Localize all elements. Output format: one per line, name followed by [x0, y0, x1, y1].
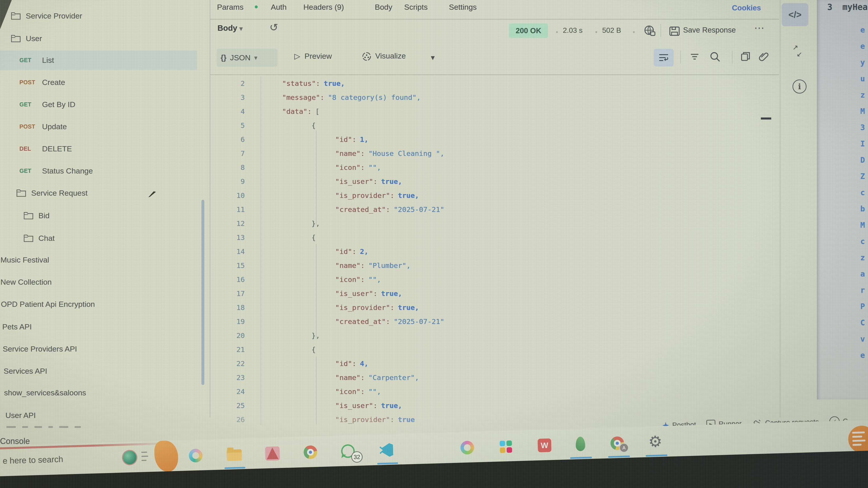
collections-sidebar: Service Provider User GET List POST Crea…	[0, 0, 205, 436]
photos-ring-icon[interactable]	[460, 441, 474, 455]
vscode-icon[interactable]	[379, 443, 393, 457]
dot-separator	[633, 31, 635, 33]
right-rail-divider	[780, 0, 780, 418]
folder-icon	[11, 34, 21, 43]
file-explorer-icon[interactable]	[227, 449, 242, 461]
chevron-down-icon: ▾	[254, 54, 257, 61]
method-badge: GET	[20, 168, 37, 174]
play-icon: ▷	[294, 52, 300, 60]
background-window-edge[interactable]: 3 myHea e e y u z M 3 I D Z c b M c z a …	[817, 0, 868, 399]
response-body-dropdown[interactable]: Body ▾	[217, 24, 243, 33]
blurred-item	[6, 426, 103, 428]
sidebar-item-delete[interactable]: DEL DELETE	[0, 141, 224, 156]
tabs-divider	[210, 19, 779, 20]
sidebar-item-service-providers-api[interactable]: Service Providers API	[0, 341, 207, 356]
dot-separator	[556, 31, 558, 33]
running-indicator	[646, 454, 667, 457]
chrome-icon[interactable]	[303, 445, 317, 459]
sidebar-item-user-api[interactable]: User API	[0, 408, 210, 422]
running-indicator	[224, 467, 245, 469]
filter-icon[interactable]	[689, 52, 700, 63]
cookies-link[interactable]: Cookies	[732, 4, 761, 12]
search-highlight-globe-icon[interactable]	[123, 451, 137, 464]
method-badge: POST	[20, 123, 37, 130]
scroll-to-response-icon[interactable]: ↗ ↙	[791, 43, 807, 61]
network-icon[interactable]	[643, 24, 656, 37]
visualize-chevron-icon[interactable]: ▾	[431, 53, 435, 62]
preview-button[interactable]: ▷ Preview	[294, 52, 332, 61]
save-icon	[669, 25, 680, 37]
sidebar-item-service-request[interactable]: Service Request	[0, 186, 221, 200]
copy-icon[interactable]	[740, 51, 751, 62]
separator	[680, 51, 681, 64]
tab-params[interactable]: Params	[217, 3, 243, 11]
code-icon: </>	[788, 10, 802, 20]
tab-headers[interactable]: Headers (9)	[303, 3, 344, 11]
monitor-screen: Service Provider User GET List POST Crea…	[0, 0, 868, 488]
format-selector[interactable]: {} JSON ▾	[217, 48, 278, 67]
running-indicator	[570, 457, 592, 459]
sidebar-item-opd-patient[interactable]: OPD Patient Api Encryption	[0, 297, 206, 311]
running-indicator	[608, 455, 630, 458]
sidebar-item-create[interactable]: POST Create	[0, 75, 224, 90]
response-size: 502 B	[602, 26, 621, 35]
wps-office-icon[interactable]: W	[537, 438, 552, 452]
link-icon[interactable]	[758, 51, 770, 62]
sidebar-item-bid[interactable]: Bid	[0, 208, 228, 223]
sidebar-scrollbar[interactable]	[202, 200, 204, 385]
sidebar-item-get-by-id[interactable]: GET Get By ID	[0, 97, 224, 111]
tab-body[interactable]: Body	[375, 3, 393, 11]
taskbar-search-box[interactable]: e here to search	[2, 455, 63, 466]
sidebar-item-show-services-saloons[interactable]: show_services&saloons	[0, 385, 209, 400]
peek-wrapped-code-column: e e y u z M 3 I D Z c b M c z a r P C v …	[860, 22, 868, 363]
folder-icon	[24, 234, 33, 242]
sidebar-item-status-change[interactable]: GET Status Change	[0, 164, 224, 178]
method-badge: GET	[20, 57, 37, 64]
sidebar-item-music-festival[interactable]: Music Festival	[0, 253, 205, 267]
postman-taskbar-icon[interactable]	[848, 425, 868, 453]
sidebar-item-services-api[interactable]: Services API	[0, 364, 208, 378]
visualize-button[interactable]: Visualize	[375, 52, 406, 60]
slack-icon[interactable]	[500, 440, 513, 453]
mongodb-icon[interactable]	[576, 436, 585, 451]
running-indicator	[377, 462, 398, 464]
params-modified-dot	[255, 5, 258, 8]
method-badge: POST	[20, 79, 37, 86]
more-options-icon[interactable]: ⋯	[754, 22, 765, 34]
code-snippet-button[interactable]: </>	[782, 3, 808, 26]
separator	[660, 24, 661, 37]
red-triangle-app-icon[interactable]	[265, 447, 280, 461]
save-response-button[interactable]: Save Response	[683, 26, 736, 34]
search-icon[interactable]	[709, 51, 721, 63]
search-highlight-art[interactable]	[154, 440, 179, 472]
settings-gear-icon[interactable]: ⚙	[648, 432, 662, 451]
sidebar-item-service-provider[interactable]: Service Provider	[0, 8, 215, 23]
profile-a-badge: A	[619, 443, 629, 453]
json-response-viewer[interactable]: 2"status":true, 3"message":"8 category(s…	[210, 76, 780, 425]
peek-code-line: 3 myHea	[827, 2, 868, 12]
sidebar-item-user[interactable]: User	[0, 31, 215, 46]
braces-icon: {}	[221, 53, 226, 62]
tab-scripts[interactable]: Scripts	[404, 3, 428, 11]
method-badge: GET	[20, 101, 37, 108]
copilot-icon[interactable]	[189, 449, 203, 463]
sidebar-item-list[interactable]: GET List	[0, 53, 224, 67]
sidebar-item-update[interactable]: POST Update	[0, 119, 224, 134]
wrap-text-button[interactable]	[654, 49, 674, 66]
folder-icon	[24, 211, 33, 220]
dot-separator	[595, 31, 597, 33]
sidebar-item-chat[interactable]: Chat	[0, 231, 228, 246]
chevron-down-icon: ▾	[239, 25, 243, 32]
sidebar-item-pets-api[interactable]: Pets API	[0, 320, 207, 334]
folder-icon	[16, 189, 26, 197]
sidebar-item-new-collection[interactable]: New Collection	[0, 275, 205, 289]
tab-auth[interactable]: Auth	[271, 3, 287, 11]
toolbar-divider	[210, 74, 779, 75]
tab-settings[interactable]: Settings	[449, 3, 477, 11]
response-history-icon[interactable]: ↺	[270, 21, 278, 33]
separator	[732, 51, 733, 64]
visualize-icon	[361, 51, 372, 62]
status-badge: 200 OK	[509, 24, 548, 38]
info-icon[interactable]: i	[793, 79, 807, 94]
whatsapp-badge: 32	[351, 451, 363, 463]
